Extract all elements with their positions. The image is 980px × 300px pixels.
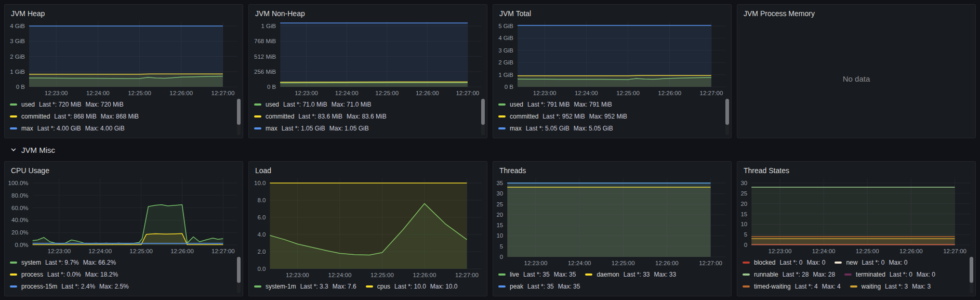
legend-scrollbar-thumb[interactable] [237,99,241,125]
chart-svg: 0 B256 MiB512 MiB768 MiB1 GiB12:23:0012:… [249,19,487,98]
legend-item-waiting[interactable]: waitingLast *: 3Max: 3 [850,283,931,290]
series-max-value: Max: 0 [806,259,825,266]
series-max-value: Max: 10.0 [430,283,458,290]
svg-text:12:26:00: 12:26:00 [169,90,193,96]
legend-row: runnableLast *: 28Max: 28terminatedLast … [743,268,967,280]
svg-text:0 B: 0 B [16,84,25,90]
series-max-value: Max: 83.6 MiB [347,113,387,120]
series-color-swatch [498,103,506,106]
legend-item-max[interactable]: maxLast *: 1.05 GiBMax: 1.05 GiB [254,125,369,132]
panel-title[interactable]: JVM Non-Heap [249,5,487,19]
row-header-jvm-misc[interactable]: JVM Misc [4,138,976,161]
svg-text:12:25:00: 12:25:00 [370,272,394,278]
series-color-swatch [254,127,261,129]
legend-scrollbar[interactable] [725,99,729,135]
legend-item-process[interactable]: processLast *: 0.0%Max: 18.2% [10,271,118,278]
series-max-value: Max: 2.5% [99,283,129,290]
svg-text:12:24:00: 12:24:00 [86,90,110,96]
series-max-value: Max: 18.2% [85,271,118,278]
series-color-swatch [254,285,261,288]
legend-scrollbar[interactable] [970,257,973,293]
series-color-swatch [10,285,17,288]
legend-item-system-1m[interactable]: system-1mLast *: 3.3Max: 7.6 [254,283,356,290]
legend-row: process-15mLast *: 2.4%Max: 2.5% [10,280,234,292]
panel-title[interactable]: Thread States [737,162,975,176]
legend-item-daemon[interactable]: daemonLast *: 33Max: 33 [585,271,676,278]
series-last-value: Last *: 4 [795,283,818,290]
legend-item-live[interactable]: liveLast *: 35Max: 35 [498,271,576,278]
legend-item-committed[interactable]: committedLast *: 868 MiBMax: 868 MiB [10,113,139,120]
legend-item-runnable[interactable]: runnableLast *: 28Max: 28 [743,271,835,278]
legend-scrollbar[interactable] [237,99,241,135]
series-name: cpus [377,283,390,290]
svg-text:12:23:00: 12:23:00 [769,248,792,254]
legend-item-used[interactable]: usedLast *: 791 MiBMax: 791 MiB [498,101,612,108]
legend-row: maxLast *: 4.00 GiBMax: 4.00 GiB [10,122,234,134]
series-color-swatch [10,103,17,106]
legend-item-peak[interactable]: peakLast *: 35Max: 35 [498,283,580,290]
series-max-value: Max: 0 [889,259,907,266]
series-name: blocked [754,259,775,266]
svg-text:10: 10 [496,232,503,239]
legend-item-max[interactable]: maxLast *: 5.05 GiBMax: 5.05 GiB [498,125,613,132]
series-name: system [21,259,41,266]
legend-scrollbar[interactable] [237,257,241,293]
series-color-swatch [498,115,506,118]
legend-row: usedLast *: 720 MiBMax: 720 MiB [10,98,234,110]
svg-text:12:27:00: 12:27:00 [699,260,722,266]
legend-row: committedLast *: 868 MiBMax: 868 MiB [10,110,234,122]
legend-scrollbar-thumb[interactable] [237,257,241,283]
svg-text:40.0%: 40.0% [11,217,29,223]
panel-title[interactable]: CPU Usage [5,162,243,176]
series-last-value: Last *: 35 [527,283,554,290]
svg-text:6.0: 6.0 [257,214,266,220]
legend-item-blocked[interactable]: blockedLast *: 0Max: 0 [743,259,825,266]
series-last-value: Last *: 0 [779,259,802,266]
series-name: max [21,125,33,132]
svg-text:12:24:00: 12:24:00 [568,260,591,266]
series-color-swatch [10,262,17,264]
panel-threads: Threads 0510152025303512:23:0012:24:0012… [493,161,732,296]
svg-text:12:26:00: 12:26:00 [658,90,681,96]
series-last-value: Last *: 1.05 GiB [282,125,325,132]
svg-text:2 GiB: 2 GiB [498,59,513,66]
legend-scrollbar-thumb[interactable] [481,99,485,125]
legend-item-max[interactable]: maxLast *: 4.00 GiBMax: 4.00 GiB [10,125,125,132]
legend-row: maxLast *: 5.05 GiBMax: 5.05 GiB [498,122,723,134]
svg-text:5: 5 [500,243,503,250]
svg-text:5: 5 [744,231,747,238]
series-color-swatch [366,285,373,288]
legend-item-system[interactable]: systemLast *: 9.7%Max: 66.2% [10,259,116,266]
series-name: waiting [862,283,881,290]
legend-row: committedLast *: 952 MiBMax: 952 MiB [498,110,723,122]
series-color-swatch [743,285,750,288]
panel-title[interactable]: JVM Process Memory [737,5,975,19]
chart-jvm-total: 0 B1 GiB2 GiB3 GiB4 GiB5 GiB12:23:0012:2… [493,19,731,98]
panel-title[interactable]: JVM Heap [5,5,243,19]
series-name: timed-waiting [754,283,791,290]
legend-scrollbar[interactable] [481,99,485,135]
series-max-value: Max: 33 [654,271,676,278]
legend-item-used[interactable]: usedLast *: 71.0 MiBMax: 71.0 MiB [254,101,371,108]
svg-text:12:25:00: 12:25:00 [612,260,635,266]
legend-item-used[interactable]: usedLast *: 720 MiBMax: 720 MiB [10,101,124,108]
panel-title[interactable]: Threads [493,162,731,176]
svg-text:12:24:00: 12:24:00 [88,248,112,254]
legend-item-terminated[interactable]: terminatedLast *: 0Max: 0 [844,271,935,278]
legend-item-committed[interactable]: committedLast *: 83.6 MiBMax: 83.6 MiB [254,113,387,120]
series-color-swatch [498,285,506,288]
panel-title[interactable]: Load [249,162,487,176]
series-color-swatch [743,262,750,264]
legend-scrollbar-thumb[interactable] [725,99,729,125]
legend: usedLast *: 71.0 MiBMax: 71.0 MiBcommitt… [249,98,487,138]
legend-scrollbar-thumb[interactable] [970,257,973,283]
legend-item-cpus[interactable]: cpusLast *: 10.0Max: 10.0 [366,283,458,290]
legend-item-new[interactable]: newLast *: 0Max: 0 [835,259,907,266]
svg-text:2.0: 2.0 [257,249,266,255]
legend-row: usedLast *: 791 MiBMax: 791 MiB [498,98,723,110]
legend-item-process-15m[interactable]: process-15mLast *: 2.4%Max: 2.5% [10,283,129,290]
legend-item-timed-waiting[interactable]: timed-waitingLast *: 4Max: 4 [743,283,841,290]
legend-item-committed[interactable]: committedLast *: 952 MiBMax: 952 MiB [498,113,627,120]
panel-title[interactable]: JVM Total [493,5,731,19]
svg-text:12:26:00: 12:26:00 [655,260,679,266]
